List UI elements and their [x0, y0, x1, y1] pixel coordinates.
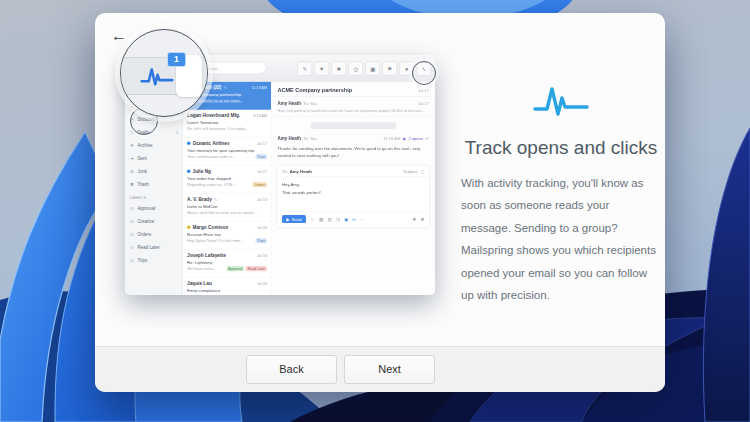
label-badge: Read Later	[246, 266, 267, 272]
collapsed-messages-pill	[310, 122, 396, 129]
activity-pulse-icon	[140, 66, 174, 86]
unread-count-badge: 1	[167, 52, 186, 67]
label-badge: Trips	[255, 238, 267, 244]
expand-composer-icon: ▢	[420, 168, 424, 173]
discard-draft-icon: ✖	[421, 216, 425, 222]
unread-dot	[187, 142, 191, 146]
sidebar-label-approval: ◇ Approval	[125, 202, 183, 215]
move-to-folder-icon: ▣	[366, 62, 381, 76]
drafts-count: 2	[176, 130, 178, 135]
open-tracking-icon: ◉	[403, 136, 406, 141]
list-item: A. V. Brady ✎ Jul 13 Invite to MidCon Mo…	[183, 194, 271, 222]
calendar-icon: ▦	[319, 216, 323, 222]
starred-dot	[187, 226, 191, 230]
sidebar-item-junk: ⊘ Junk	[125, 165, 183, 178]
activity-pulse-icon	[533, 83, 589, 117]
sidebar-label-orders: ◇ Orders	[125, 228, 183, 241]
desktop: ← Search inbox... ✎ ▼ ✖ ◷ ▣ ⚑ ● ∿	[0, 0, 750, 422]
onboarding-dialog: ← Search inbox... ✎ ▼ ✖ ◷ ▣ ⚑ ● ∿	[95, 13, 665, 392]
sidebar-item-trash: ✖ Trash	[125, 178, 183, 191]
trash-folder-icon: ✖	[130, 182, 135, 187]
attach-icon: ✚	[413, 216, 417, 222]
send-later-icon: ◷	[336, 216, 340, 222]
send-icon: ▶	[287, 216, 290, 221]
more-icon: ⋯	[360, 216, 365, 222]
link-tracking-toggle-icon: ∞	[352, 216, 355, 222]
wizard-footer: Back Next	[95, 346, 665, 392]
trash-icon: ✖	[332, 62, 347, 76]
sidebar-label-creative: ◇ Creative	[125, 215, 183, 228]
open-tracking-toggle-icon: ◉	[344, 216, 348, 222]
back-button[interactable]: Back	[246, 355, 337, 384]
label-icon: ◇	[130, 245, 135, 250]
thread-subject: ACME Company partnership	[278, 87, 353, 93]
label-icon: ◇	[130, 258, 135, 263]
unread-dot	[187, 170, 191, 174]
templates-icon: ▤	[328, 216, 332, 222]
label-badge: Trips	[255, 154, 267, 160]
list-item: Oceanic Airlines Jul 17 Your itinerary f…	[183, 138, 271, 166]
label-icon: ◇	[130, 206, 135, 211]
message-list: Amy Heath (22) ✎ 11:19 AM ACME Company p…	[183, 82, 272, 296]
draft-pencil-icon: ✎	[214, 197, 217, 202]
message-body: Thanks for sending over the documents. W…	[272, 142, 436, 163]
apply-label-icon: ⚑	[383, 62, 398, 76]
reading-pane: ACME Company partnership Jul 17 Amy Heat…	[272, 82, 436, 296]
draft-pencil-icon: ✎	[224, 85, 227, 90]
sidebar-label-read-later: ◇ Read Later	[125, 241, 183, 254]
sent-icon: ➔	[130, 156, 135, 161]
label-icon: ◇	[130, 219, 135, 224]
sidebar-label-trips: ◇ Trips	[125, 254, 183, 267]
list-item: Julie Ng Jul 17 Your order has shipped R…	[183, 166, 271, 194]
compose-icon: ✎	[298, 62, 313, 76]
back-arrow-icon[interactable]: ←	[111, 27, 127, 45]
next-button[interactable]: Next	[344, 355, 435, 384]
magnifier-circle: 1	[120, 29, 208, 117]
list-item: Joseph Lafayette Jul 16 Re: Lightning We…	[183, 250, 271, 278]
feature-description: With activity tracking, you'll know as s…	[461, 172, 661, 307]
junk-icon: ⊘	[130, 169, 135, 174]
snooze-icon: ◷	[349, 62, 364, 76]
page-title: Track opens and clicks	[461, 137, 661, 159]
recipient-chip: Amy Heath	[290, 168, 312, 173]
label-badge: Approval	[226, 266, 244, 272]
open-count: 2 opens	[408, 136, 422, 141]
label-badge: Orders	[252, 182, 267, 188]
list-item: Margo Comison Jul 16 Russian River trip …	[183, 222, 271, 250]
feature-panel: Track opens and clicks With activity tra…	[461, 83, 661, 307]
reply-icon: ↩	[425, 136, 429, 141]
archive-icon: ▼	[315, 62, 330, 76]
label-icon: ◇	[130, 232, 135, 237]
list-item: Jaquie Lau Jul 16 Emoji compliance I hav…	[183, 278, 271, 296]
labels-header: Labels	[125, 191, 183, 202]
list-item: Logan Hoverboard Mfg. 9:16 AM Lunch Tomo…	[183, 110, 271, 138]
toolbar-highlight-circle	[412, 61, 436, 85]
expanded-message-header: Amy Heath To: You 11:19 AM ◉ 2 opens ↩	[272, 135, 436, 142]
emoji-icon: ☺	[310, 216, 315, 222]
reply-composer: To: Amy Heath Subject ▢ Hey Amy, That so…	[277, 165, 431, 228]
send-button: ▶ Send	[282, 215, 306, 223]
collapsed-message: Amy Heath To: You Jul 17 Hey, just getti…	[272, 97, 436, 117]
archive-folder-icon: ▼	[130, 143, 135, 148]
thread-date: Jul 17	[418, 88, 429, 93]
sidebar-item-sent: ➔ Sent	[125, 152, 183, 165]
sidebar-item-archive: ▼ Archive	[125, 139, 183, 152]
